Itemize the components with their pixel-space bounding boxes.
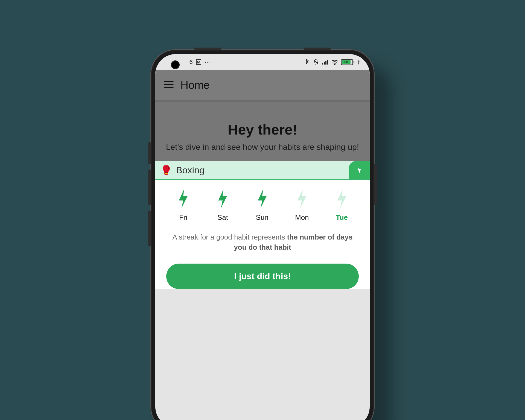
streak-day-label: Mon	[295, 213, 309, 222]
greeting-heading: Hey there!	[164, 121, 361, 138]
more-notifications-icon: ···	[205, 59, 211, 66]
signal-icon	[322, 59, 328, 65]
phone-volume-down	[148, 211, 151, 246]
svg-rect-2	[324, 62, 325, 65]
phone-frame: 176 M ···	[150, 49, 375, 420]
phone-top-button-left	[194, 48, 221, 50]
habit-sheet: 🥊 Boxing FriSatSunMonTue A streak for a …	[155, 161, 370, 289]
mute-icon	[313, 59, 319, 65]
divider	[155, 100, 370, 102]
wifi-icon	[331, 59, 338, 65]
streak-day-label: Fri	[179, 213, 187, 222]
streak-day-label: Sun	[256, 213, 269, 222]
streak-day-tue[interactable]: Tue	[335, 189, 348, 222]
phone-top-button-right	[304, 48, 331, 50]
greeting-sub: Let's dive in and see how your habits ar…	[164, 142, 361, 153]
menu-icon[interactable]	[164, 80, 174, 90]
bluetooth-icon	[305, 59, 310, 65]
phone-power-button	[374, 164, 377, 205]
boxing-glove-icon: 🥊	[161, 165, 172, 175]
streak-day-fri[interactable]: Fri	[177, 189, 190, 222]
greeting-block: Hey there! Let's dive in and see how you…	[155, 102, 370, 161]
battery-indicator: 86	[341, 59, 354, 65]
gmail-icon: M	[196, 59, 202, 65]
phone-side-button	[148, 142, 151, 164]
streak-day-mon[interactable]: Mon	[295, 189, 309, 222]
svg-rect-1	[322, 63, 323, 65]
page-title: Home	[180, 79, 210, 91]
charging-icon	[357, 59, 360, 65]
bolt-icon	[256, 189, 269, 209]
phone-volume-up	[148, 170, 151, 205]
bolt-icon	[335, 189, 348, 209]
bolt-icon	[216, 189, 229, 209]
bolt-icon	[295, 189, 308, 209]
svg-rect-3	[325, 61, 326, 65]
screen: 176 M ···	[155, 54, 370, 420]
habit-name: Boxing	[176, 165, 205, 176]
streak-day-sun[interactable]: Sun	[256, 189, 269, 222]
streak-day-sat[interactable]: Sat	[216, 189, 229, 222]
app-header: Home	[155, 70, 370, 100]
svg-rect-4	[327, 60, 328, 65]
bolt-icon	[177, 189, 190, 209]
streak-day-label: Sat	[217, 213, 228, 222]
streak-day-label: Tue	[336, 213, 348, 222]
background-overlay[interactable]: Home Hey there! Let's dive in and see ho…	[155, 70, 370, 161]
streak-info: A streak for a good habit represents the…	[155, 227, 370, 261]
streak-flag[interactable]	[349, 161, 370, 179]
streak-row: FriSatSunMonTue	[155, 180, 370, 227]
status-bar: 176 M ···	[155, 54, 370, 70]
status-time: 176	[183, 59, 193, 66]
front-camera	[172, 61, 179, 68]
habit-header[interactable]: 🥊 Boxing	[155, 161, 370, 180]
i-just-did-this-button[interactable]: I just did this!	[166, 264, 359, 289]
svg-point-5	[334, 64, 335, 65]
